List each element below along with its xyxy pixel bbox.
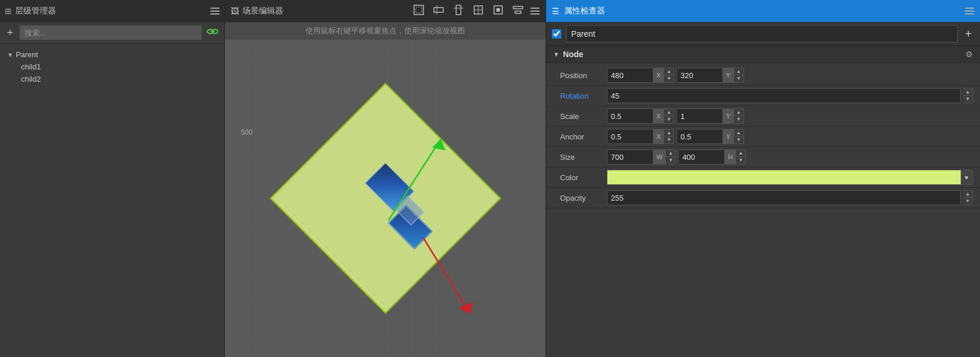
hierarchy-toolbar: + (0, 22, 224, 44)
tree-item-child1[interactable]: child1 (0, 61, 224, 73)
anchor-y-group: Y ▲ ▼ (676, 129, 743, 144)
tree-label-parent: Parent (16, 50, 38, 59)
scene-tool-center[interactable] (491, 4, 506, 18)
color-swatch (607, 170, 961, 184)
properties-content: Position X ▲ ▼ Y ▲ ▼ (546, 63, 980, 357)
search-input[interactable] (19, 25, 202, 40)
scale-y-down[interactable]: ▼ (734, 116, 743, 123)
opacity-down[interactable]: ▼ (963, 198, 972, 205)
position-y-input[interactable] (676, 68, 723, 83)
rotation-input[interactable] (607, 88, 961, 103)
size-h-input[interactable] (678, 149, 725, 164)
hierarchy-tree: ▼ Parent child1 child2 (0, 44, 224, 357)
scale-x-down[interactable]: ▼ (664, 116, 673, 123)
entity-toolbar: + (546, 22, 980, 46)
rotation-down[interactable]: ▼ (963, 96, 972, 103)
size-w-input[interactable] (607, 149, 654, 164)
scale-x-up[interactable]: ▲ (664, 109, 673, 116)
props-menu-line-2 (965, 10, 974, 12)
scene-tool-move-v[interactable] (451, 4, 466, 18)
scale-x-spinner[interactable]: ▲ ▼ (664, 108, 674, 124)
color-dropdown-arrow: ▼ (961, 170, 972, 184)
position-x-down[interactable]: ▼ (664, 75, 673, 82)
position-x-input[interactable] (607, 68, 654, 83)
size-h-tag: H (725, 149, 736, 164)
anchor-x-spinner[interactable]: ▲ ▼ (664, 129, 674, 144)
scene-icon: 🖼 (231, 6, 239, 16)
scale-y-group: Y ▲ ▼ (676, 108, 743, 124)
properties-header: ☰ 属性检查器 (546, 0, 980, 22)
anchor-y-down[interactable]: ▼ (734, 136, 743, 144)
scene-tool-move-h[interactable] (431, 4, 446, 18)
tree-item-child2[interactable]: child2 (0, 73, 224, 85)
prop-row-position: Position X ▲ ▼ Y ▲ ▼ (546, 65, 980, 86)
position-y-up[interactable]: ▲ (734, 68, 743, 75)
size-h-down[interactable]: ▼ (736, 157, 745, 164)
scene-tool-anchor[interactable] (471, 4, 486, 18)
move-v-icon (453, 5, 464, 15)
properties-menu-icon[interactable] (965, 8, 974, 15)
scene-title: 场景编辑器 (242, 6, 283, 16)
position-x-tag: X (654, 68, 664, 83)
scene-menu-icon[interactable] (530, 8, 540, 15)
rotation-up[interactable]: ▲ (963, 89, 972, 96)
scene-canvas[interactable]: 500 (225, 40, 545, 357)
menu-line-2 (210, 10, 220, 12)
section-arrow-icon: ▼ (553, 51, 559, 58)
scale-x-input[interactable] (607, 108, 654, 124)
section-gear-icon[interactable]: ⚙ (965, 50, 973, 59)
anchor-y-spinner[interactable]: ▲ ▼ (734, 129, 744, 144)
anchor-y-input[interactable] (676, 129, 723, 144)
anchor-y-tag: Y (723, 129, 734, 144)
position-x-up[interactable]: ▲ (664, 68, 673, 75)
tree-arrow-parent: ▼ (7, 51, 13, 58)
add-node-button[interactable]: + (5, 27, 16, 38)
hierarchy-menu-icon[interactable] (210, 8, 220, 15)
link-icon-button[interactable] (206, 27, 220, 38)
entity-name-input[interactable] (566, 25, 958, 43)
entity-enabled-checkbox[interactable] (552, 29, 561, 38)
opacity-input[interactable] (607, 190, 961, 205)
node-section-title: Node (563, 50, 962, 59)
anchor-label: Anchor (560, 132, 607, 141)
scene-menu-line-1 (530, 8, 540, 9)
opacity-spinner[interactable]: ▲ ▼ (963, 190, 973, 205)
scale-fields: X ▲ ▼ Y ▲ ▼ (607, 108, 973, 124)
size-w-tag: W (654, 149, 666, 164)
color-fields: ▼ (607, 170, 973, 185)
prop-row-anchor: Anchor X ▲ ▼ Y ▲ ▼ (546, 127, 980, 147)
anchor-y-up[interactable]: ▲ (734, 130, 743, 136)
scene-tool-align[interactable] (510, 4, 526, 18)
svg-rect-3 (414, 5, 423, 15)
hierarchy-title-group: ⊞ 层级管理器 (5, 6, 56, 16)
color-picker-button[interactable]: ▼ (607, 170, 973, 185)
size-fields: W ▲ ▼ H ▲ ▼ (607, 149, 973, 164)
anchor-x-input[interactable] (607, 129, 654, 144)
props-menu-line-1 (965, 8, 974, 9)
scale-y-spinner[interactable]: ▲ ▼ (734, 108, 744, 124)
svg-rect-14 (513, 6, 523, 9)
opacity-label: Opacity (560, 194, 607, 202)
position-y-down[interactable]: ▼ (734, 75, 743, 82)
anchor-x-up[interactable]: ▲ (664, 130, 673, 136)
size-h-up[interactable]: ▲ (736, 150, 745, 157)
size-w-up[interactable]: ▲ (666, 150, 675, 157)
prop-row-color: Color ▼ (546, 167, 980, 188)
scale-y-tag: Y (723, 108, 734, 124)
scene-tool-select[interactable] (411, 4, 426, 18)
size-w-down[interactable]: ▼ (666, 157, 675, 164)
anchor-x-down[interactable]: ▼ (664, 136, 673, 144)
position-y-spinner[interactable]: ▲ ▼ (734, 68, 744, 83)
rotation-spinner[interactable]: ▲ ▼ (963, 88, 973, 103)
size-h-spinner[interactable]: ▲ ▼ (736, 149, 746, 164)
tree-label-child1: child1 (21, 62, 41, 71)
opacity-up[interactable]: ▲ (963, 191, 972, 198)
scale-y-input[interactable] (676, 108, 723, 124)
scale-x-group: X ▲ ▼ (607, 108, 674, 124)
add-component-button[interactable]: + (962, 28, 974, 40)
size-w-spinner[interactable]: ▲ ▼ (666, 149, 676, 164)
tree-item-parent[interactable]: ▼ Parent (0, 48, 224, 61)
position-x-spinner[interactable]: ▲ ▼ (664, 68, 674, 83)
rotation-label: Rotation (560, 92, 607, 100)
scale-y-up[interactable]: ▲ (734, 109, 743, 116)
